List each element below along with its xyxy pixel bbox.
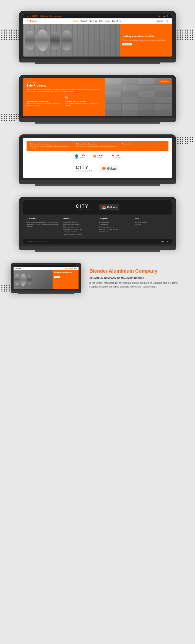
strip-desc-2: There are many variations of packages of… bbox=[76, 145, 119, 147]
section-4: CITY FURNITURE 🦊 GitLab ⊙ blender bbox=[0, 191, 195, 257]
footer-social-icons: 🐦 f ◉ bbox=[161, 240, 168, 243]
mini-social: 🐦 f 👤 bbox=[73, 265, 77, 267]
mini-home: Home bbox=[65, 268, 68, 269]
small-laptop-foot bbox=[18, 293, 74, 294]
mini-shop-button[interactable]: Shop Now bbox=[54, 276, 60, 278]
products-section: We Provide Sale Products There are many … bbox=[23, 78, 172, 116]
product-2-desc: There are many variations of packages of… bbox=[65, 103, 102, 107]
laptop-foot-3 bbox=[35, 184, 160, 186]
stat-num-1: 1k/k bbox=[80, 154, 85, 157]
footer-col-brand: ⊙ blender Lorem text has been the indust… bbox=[27, 218, 60, 236]
phone-icon: 📞 bbox=[27, 15, 29, 17]
topbar-contact: 📞 12345678 ✉ blender@blender.com bbox=[27, 15, 61, 17]
nav-shop[interactable]: Shop Now bbox=[112, 20, 121, 22]
accessories-badge: Accessories bbox=[160, 80, 170, 83]
stat-item-3: 📍 39 clients bbox=[111, 154, 121, 158]
nav-about[interactable]: About Us bbox=[89, 20, 97, 22]
footer-help-1: Online subscription bbox=[135, 221, 169, 223]
stats-row: 👤 1k/k clients ⊞ 2000 clients bbox=[27, 151, 168, 162]
laptop-foot-4 bbox=[35, 250, 160, 252]
products-description: There are many variations of passages of… bbox=[27, 89, 102, 93]
strip-item-2: Stainless Steel Accessories There are ma… bbox=[76, 143, 119, 149]
logos-row: CITY FURNITURE 🦊 GitLab bbox=[27, 162, 168, 175]
nav-links[interactable]: Home Contact About Us Offer Login Shop N… bbox=[73, 20, 121, 22]
nav-contact[interactable]: Contact bbox=[80, 20, 87, 22]
footer-services-title: Services bbox=[63, 218, 96, 220]
strip-title-1: Stainless steel Accessories bbox=[30, 143, 73, 145]
products-tagline: We Provide bbox=[27, 81, 102, 83]
laptop-2: We Provide Sale Products There are many … bbox=[19, 75, 176, 124]
laptop-screen-4: CITY FURNITURE 🦊 GitLab ⊙ blender bbox=[23, 200, 172, 244]
laptop-screen-1: 📞 12345678 ✉ blender@blender.com 🐦 f ◉ 👤 bbox=[23, 14, 172, 57]
section-3: Stainless steel Accessories There are ma… bbox=[0, 129, 195, 191]
footer-service-1: Secure on-line Standards bbox=[63, 221, 96, 223]
email-icon: ✉ bbox=[40, 15, 42, 17]
footer-facebook-icon[interactable]: f bbox=[165, 240, 165, 243]
strip-title-2: Stainless Steel Accessories bbox=[76, 143, 119, 145]
products-heading: Sale Products bbox=[27, 84, 102, 87]
hero-section: Making your Ideas Possible There are man… bbox=[23, 24, 172, 57]
mini-contact: Contact bbox=[69, 268, 73, 269]
hero-title: Making your Ideas Possible bbox=[122, 35, 169, 38]
small-laptop-frame: 📞 12345678 🐦 f 👤 ⊙blender Home Contact A bbox=[11, 263, 81, 290]
laptop-4: CITY FURNITURE 🦊 GitLab ⊙ blender bbox=[19, 197, 176, 252]
footer-company-2: Online standard bbox=[99, 224, 132, 225]
mini-links: Home Contact About bbox=[65, 268, 77, 269]
laptop-base-1 bbox=[19, 59, 176, 62]
laptop-frame-2: We Provide Sale Products There are many … bbox=[19, 75, 176, 118]
stainless-steel-icon: ||| bbox=[27, 95, 63, 100]
product-1-title: Stainless Steel Accessories bbox=[27, 101, 63, 102]
footer-bottom: © 2021 Blender. All Rights Reserved. 🐦 f… bbox=[23, 239, 172, 244]
footer-company-5: Follow IEC news bbox=[99, 231, 132, 233]
gitlab-logo: 🦊 GitLab bbox=[99, 165, 119, 172]
footer-col-help: Help Online subscription Standards bbox=[135, 218, 169, 236]
gitlab-fox-icon: 🦊 bbox=[102, 166, 106, 171]
company-name: ALUMINIUM COMPANY OF MALAYSIA BERHAD bbox=[89, 277, 184, 279]
main-nav: ⊙blender Home Contact About Us Offer Log… bbox=[23, 18, 172, 24]
footer-service-3: Online subscription service bbox=[63, 226, 96, 228]
mini-hero: Making your Ideas Possible Shop Now bbox=[14, 270, 79, 289]
section-1: 📞 12345678 ✉ blender@blender.com 🐦 f ◉ 👤 bbox=[0, 0, 195, 70]
laptop-3: Stainless steel Accessories There are ma… bbox=[19, 134, 176, 186]
footer-instagram-icon[interactable]: ◉ bbox=[167, 240, 168, 243]
section5-inner: 📞 12345678 🐦 f 👤 ⊙blender Home Contact A bbox=[11, 263, 184, 294]
footer-brand-desc: Lorem text has been the industry's stand… bbox=[27, 222, 60, 228]
footer-city-logo: CITY FURNITURE bbox=[76, 204, 93, 210]
footer-company-4: Assessment and ISO certificates bbox=[99, 229, 132, 230]
laptop-base-4 bbox=[19, 246, 176, 250]
site-topbar: 📞 12345678 ✉ blender@blender.com 🐦 f ◉ 👤 bbox=[23, 14, 172, 18]
nav-offer[interactable]: Offer bbox=[99, 20, 103, 22]
hero-image bbox=[23, 24, 120, 57]
nav-login[interactable]: Login bbox=[105, 20, 110, 22]
footer-service-2: Online subscription service bbox=[63, 224, 96, 225]
product-card-2: ↻ Stainless Steel Accessories There are … bbox=[65, 95, 102, 107]
laptop-base-3 bbox=[19, 180, 176, 184]
laptop-1: 📞 12345678 ✉ blender@blender.com 🐦 f ◉ 👤 bbox=[19, 11, 176, 64]
stat-item-2: ⊞ 2000 clients bbox=[93, 154, 103, 158]
search-icon[interactable]: 🔍 bbox=[166, 20, 168, 22]
footer-copyright: © 2021 Blender. All Rights Reserved. bbox=[27, 241, 49, 243]
strip-item-3: Accessories bbox=[122, 143, 165, 149]
footer-gitlab-icon: 🦊 bbox=[102, 205, 106, 209]
stat-label-2: clients bbox=[97, 157, 103, 158]
footer-services-list: Secure on-line Standards Online subscrip… bbox=[63, 221, 96, 235]
product-2-title: Stainless Steel Accessories bbox=[65, 101, 102, 102]
laptop-foot-1 bbox=[35, 62, 160, 64]
laptop-frame-4: CITY FURNITURE 🦊 GitLab ⊙ blender bbox=[19, 197, 176, 246]
user-icon: 👤 bbox=[166, 15, 168, 17]
shop-now-button[interactable]: Shop Now bbox=[122, 43, 132, 45]
right-dots-3 bbox=[175, 137, 194, 144]
footer-gitlab-logo: 🦊 GitLab bbox=[99, 204, 119, 210]
strip-desc-1: There are many variations of packages of… bbox=[30, 145, 73, 149]
product-1-desc: There are many variations of packages of… bbox=[27, 103, 63, 107]
lang-selector[interactable]: English ▾ 🔍 bbox=[157, 20, 168, 22]
footer-company-title: Company bbox=[99, 218, 132, 220]
footer-company-list: Develop standard Online standard Online … bbox=[99, 221, 132, 233]
mini-nav: ⊙blender Home Contact About bbox=[14, 267, 79, 270]
company-desc: is the largest manufacturer of rolled al… bbox=[89, 281, 184, 289]
left-dots-2 bbox=[1, 114, 20, 121]
nav-home[interactable]: Home bbox=[73, 20, 78, 22]
footer-twitter-icon[interactable]: 🐦 bbox=[161, 240, 164, 243]
hero-subtitle: There are many variations of passages of… bbox=[122, 39, 169, 41]
accessories-icon: ↻ bbox=[65, 95, 102, 100]
